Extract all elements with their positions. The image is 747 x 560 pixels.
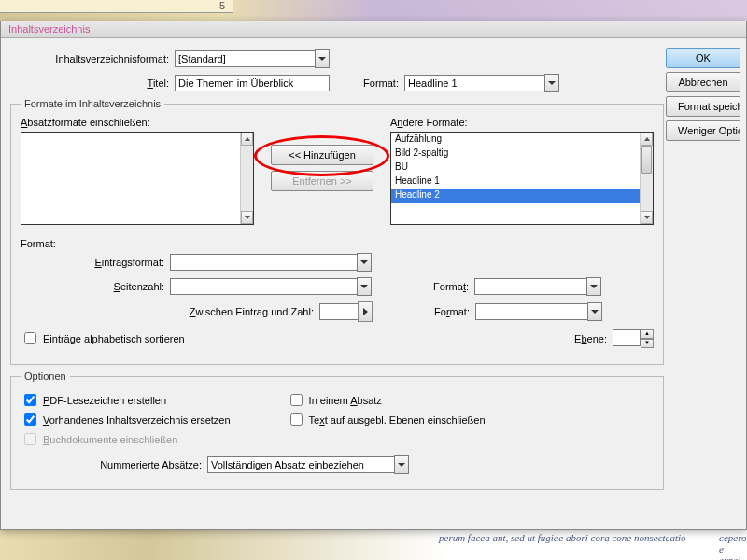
- scroll-up-icon[interactable]: [241, 133, 253, 146]
- other-formats-list[interactable]: AufzählungBild 2-spaltigBUHeadline 1Head…: [390, 132, 654, 225]
- spinner-up-icon[interactable]: ▲: [641, 329, 654, 339]
- toc-format-label: Inhaltsverzeichnisformat:: [10, 53, 175, 64]
- other-formats-label: Andere Formate:: [390, 117, 654, 128]
- scroll-down-icon[interactable]: [241, 211, 253, 224]
- format-label: Format:: [348, 77, 404, 89]
- included-formats-list[interactable]: [21, 132, 254, 225]
- list-item[interactable]: Aufzählung: [391, 133, 640, 147]
- in-one-para-checkbox[interactable]: In einem Absatz: [287, 391, 486, 409]
- scrollbar[interactable]: [240, 133, 253, 224]
- ok-button[interactable]: OK: [666, 48, 740, 68]
- level-spinner[interactable]: ▲ ▼: [613, 329, 654, 348]
- chevron-down-icon[interactable]: [357, 277, 372, 296]
- numbered-para-select[interactable]: [207, 455, 409, 474]
- page-background: perum facea ant, sed ut fugiae abori cor…: [0, 530, 747, 560]
- title-label: Titel:: [10, 77, 175, 89]
- pdf-bookmarks-checkbox[interactable]: PDF-Lesezeichen erstellen: [21, 391, 231, 409]
- title-format-select[interactable]: [404, 74, 559, 92]
- include-para-label: Absatzformate einschließen:: [21, 117, 254, 128]
- scroll-up-icon[interactable]: [641, 133, 653, 146]
- book-docs-checkbox: Buchdokumente einschließen: [21, 430, 231, 448]
- format-section-label: Format:: [21, 238, 654, 249]
- options-group: Optionen PDF-Lesezeichen erstellen Vorha…: [10, 371, 664, 490]
- ruler: 5: [0, 0, 233, 13]
- format3-label: Format:: [410, 306, 475, 317]
- add-button[interactable]: << Hinzufügen: [271, 145, 374, 165]
- scroll-thumb[interactable]: [641, 146, 652, 174]
- toc-dialog: Inhaltsverzeichnis Inhaltsverzeichnisfor…: [0, 21, 747, 530]
- title-input[interactable]: [175, 75, 330, 91]
- between-label: Zwischen Eintrag und Zahl:: [21, 306, 319, 317]
- toc-format-select[interactable]: [175, 49, 330, 68]
- chevron-down-icon[interactable]: [544, 74, 559, 92]
- dialog-title: Inhaltsverzeichnis: [1, 21, 746, 38]
- format2-label: Format:: [409, 281, 474, 292]
- chevron-down-icon[interactable]: [357, 253, 372, 272]
- fewer-options-button[interactable]: Weniger Optionen: [666, 120, 740, 141]
- save-format-button[interactable]: Format speichern...: [666, 96, 740, 117]
- page-number-select[interactable]: [170, 277, 372, 296]
- scroll-down-icon[interactable]: [641, 211, 653, 224]
- entry-format-label: Eintragsformat:: [21, 257, 170, 268]
- scrollbar[interactable]: [640, 133, 653, 224]
- formats-in-toc-legend: Formate im Inhaltsverzeichnis: [21, 98, 164, 109]
- hidden-layers-checkbox[interactable]: Text auf ausgebl. Ebenen einschließen: [287, 411, 486, 428]
- between-format-select[interactable]: [475, 302, 602, 321]
- list-item[interactable]: Bild 2-spaltig: [391, 147, 640, 161]
- entry-format-select[interactable]: [170, 253, 372, 272]
- chevron-down-icon[interactable]: [587, 302, 602, 321]
- list-item[interactable]: Headline 1: [391, 175, 640, 189]
- chevron-down-icon[interactable]: [586, 277, 601, 296]
- list-item[interactable]: Headline 2: [391, 189, 640, 203]
- formats-in-toc-group: Formate im Inhaltsverzeichnis Absatzform…: [10, 98, 664, 365]
- between-flyout-button[interactable]: [358, 301, 373, 322]
- cancel-button[interactable]: Abbrechen: [666, 72, 740, 92]
- remove-button[interactable]: Entfernen >>: [271, 171, 374, 191]
- replace-toc-checkbox[interactable]: Vorhandenes Inhaltsverzeichnis ersetzen: [21, 411, 231, 428]
- page-format-select[interactable]: [474, 277, 601, 296]
- list-item[interactable]: BU: [391, 161, 640, 175]
- chevron-down-icon[interactable]: [394, 455, 409, 474]
- page-number-label: Seitenzahl:: [21, 281, 170, 292]
- chevron-down-icon[interactable]: [315, 49, 330, 68]
- spinner-down-icon[interactable]: ▼: [641, 339, 654, 348]
- level-label: Ebene:: [374, 333, 613, 344]
- numbered-para-label: Nummerierte Absätze:: [21, 459, 207, 470]
- options-legend: Optionen: [21, 371, 70, 382]
- between-input[interactable]: [319, 303, 359, 320]
- sort-alpha-checkbox[interactable]: Einträge alphabetisch sortieren: [21, 329, 185, 347]
